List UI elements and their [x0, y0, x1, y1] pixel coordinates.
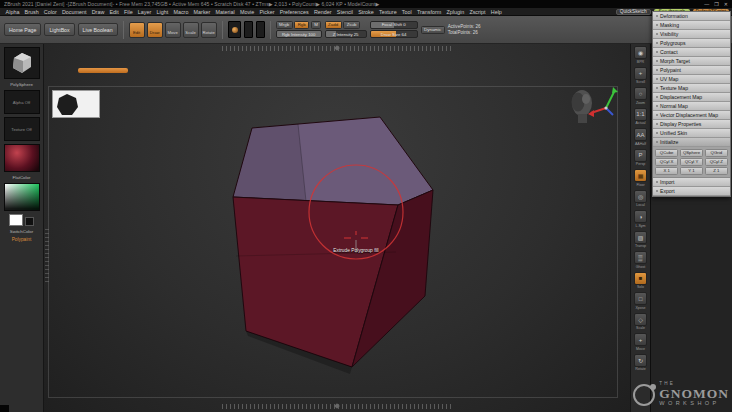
menu-item[interactable]: Tool	[399, 9, 414, 15]
tool-panel-section[interactable]: Texture Map	[653, 84, 730, 93]
initialize-button[interactable]: QCyl Y	[680, 158, 703, 166]
tool-panel-section[interactable]: Displacement Map	[653, 93, 730, 102]
minimize-button[interactable]: —	[704, 2, 709, 7]
close-button[interactable]: ✕	[724, 2, 728, 7]
zadd-button[interactable]: Zadd	[325, 21, 342, 29]
tool-panel-section[interactable]: Polygroups	[653, 39, 730, 48]
menu-item[interactable]: File	[121, 9, 135, 15]
dynamic-button[interactable]: Dynamic	[421, 26, 445, 34]
menu-item[interactable]: Draw	[89, 9, 107, 15]
current-tool-thumbnail[interactable]	[4, 47, 40, 79]
rgb-button[interactable]: Rgb	[294, 21, 309, 29]
ghost-button[interactable]: ▒ Ghost	[634, 251, 647, 269]
main-color-swatch[interactable]	[9, 214, 23, 226]
stroke-selector[interactable]	[244, 21, 253, 38]
local-button[interactable]: ◎ Local	[634, 190, 647, 208]
initialize-slider[interactable]: Y 1	[680, 167, 703, 175]
tool-panel-section[interactable]: Deformation	[653, 12, 730, 21]
move-button[interactable]: Move	[165, 22, 181, 38]
floor-button[interactable]: ▦ Floor	[634, 169, 647, 187]
menu-item[interactable]: Brush	[22, 9, 41, 15]
initialize-button[interactable]: QSphere	[680, 149, 703, 157]
tool-panel-section[interactable]: Export	[653, 187, 730, 196]
menu-item[interactable]: Marker	[191, 9, 213, 15]
menu-item[interactable]: Light	[154, 9, 171, 15]
draw-size-slider[interactable]: Draw Size 64	[370, 30, 418, 38]
tool-panel-section[interactable]: Vector Displacement Map	[653, 111, 730, 120]
tool-panel-section[interactable]: UV Map	[653, 75, 730, 84]
m-button[interactable]: M	[311, 21, 322, 29]
scale-button[interactable]: Scale	[183, 22, 199, 38]
lsym-button[interactable]: ◑ L.Sym	[634, 210, 647, 228]
menu-item[interactable]: Macro	[171, 9, 191, 15]
initialize-button[interactable]: QCube	[655, 149, 678, 157]
switch-color-label[interactable]: SwitchColor	[10, 229, 33, 234]
tool-panel-section[interactable]: Masking	[653, 21, 730, 30]
menu-item[interactable]: Picker	[257, 9, 277, 15]
zoom-button[interactable]: ○ Zoom	[634, 87, 647, 105]
tool-panel-section[interactable]: Polypaint	[653, 66, 730, 75]
tool-panel-section[interactable]: Display Properties	[653, 120, 730, 129]
menu-item[interactable]: Edit	[107, 9, 121, 15]
document-canvas[interactable]: Extrude Polygroup fill	[44, 44, 630, 412]
tool-panel-section[interactable]: Contact	[653, 48, 730, 57]
initialize-button[interactable]: QGrid	[705, 149, 728, 157]
maximize-button[interactable]: ❐	[714, 2, 718, 7]
menu-item[interactable]: Render	[311, 9, 334, 15]
actual-button[interactable]: 1:1 Actual	[634, 108, 647, 126]
move3d-button[interactable]: + Move	[634, 333, 647, 351]
edit-button[interactable]: Edit	[129, 22, 145, 38]
menu-item[interactable]: Preferences	[277, 9, 311, 15]
focal-shift-slider[interactable]: Focal Shift 0	[370, 21, 418, 29]
tool-panel-section[interactable]: Initialize	[653, 138, 730, 147]
alpha-selector[interactable]	[256, 21, 265, 38]
aahalf-button[interactable]: AA AAHalf	[634, 128, 647, 146]
quicksketch-button[interactable]: QuickSketch	[616, 9, 651, 15]
menu-item[interactable]: Layer	[135, 9, 154, 15]
live-boolean-button[interactable]: Live Boolean	[78, 23, 118, 36]
initialize-slider[interactable]: Z 1	[705, 167, 728, 175]
menu-item[interactable]: Material	[213, 9, 237, 15]
persp-button[interactable]: P Persp	[634, 149, 647, 167]
rotate-button[interactable]: Rotate	[201, 22, 217, 38]
z-intensity-slider[interactable]: Z Intensity 25	[325, 30, 367, 38]
home-page-button[interactable]: Home Page	[4, 23, 41, 36]
tool-panel-section[interactable]: Visibility	[653, 30, 730, 39]
solo-button[interactable]: ■ Solo	[634, 272, 647, 290]
initialize-button[interactable]: QCyl X	[655, 158, 678, 166]
menu-item[interactable]: Help	[488, 9, 504, 15]
menu-item[interactable]: Document	[59, 9, 89, 15]
cube-mesh[interactable]	[44, 44, 630, 412]
alt-color-swatch[interactable]	[25, 217, 34, 226]
menu-item[interactable]: Texture	[376, 9, 399, 15]
scale3d-button[interactable]: ◇ Scale	[634, 313, 647, 331]
tool-panel-section[interactable]: Unified Skin	[653, 129, 730, 138]
menu-item[interactable]: Zplugin	[444, 9, 467, 15]
texture-slot[interactable]: Texture Off	[4, 117, 40, 141]
menu-item[interactable]: Movie	[237, 9, 257, 15]
transp-button[interactable]: ▨ Transp	[634, 231, 647, 249]
color-picker[interactable]	[4, 183, 40, 211]
tool-panel-section[interactable]: Normal Map	[653, 102, 730, 111]
menu-item[interactable]: Stencil	[334, 9, 355, 15]
rgb-intensity-slider[interactable]: Rgb Intensity 100	[276, 30, 322, 38]
menu-item[interactable]: Alpha	[3, 9, 22, 15]
brush-selector[interactable]	[228, 21, 241, 38]
tool-panel-section[interactable]: Import	[653, 178, 730, 187]
lightbox-button[interactable]: LightBox	[44, 23, 74, 36]
material-slot[interactable]	[4, 144, 40, 172]
mrgb-button[interactable]: Mrgb	[276, 21, 293, 29]
initialize-button[interactable]: QCyl Z	[705, 158, 728, 166]
menu-item[interactable]: Stroke	[356, 9, 377, 15]
tool-panel-section[interactable]: Morph Target	[653, 57, 730, 66]
menu-item[interactable]: Zscript	[467, 9, 488, 15]
menu-item[interactable]: Color	[41, 9, 59, 15]
scroll-button[interactable]: + Scroll	[634, 67, 647, 85]
initialize-slider[interactable]: X 1	[655, 167, 678, 175]
draw-button[interactable]: Draw	[147, 22, 163, 38]
menu-item[interactable]: Transform	[414, 9, 444, 15]
zsub-button[interactable]: Zsub	[343, 21, 360, 29]
bpr-button[interactable]: ◉ BPR	[634, 46, 647, 64]
alpha-slot[interactable]: Alpha Off	[4, 90, 40, 114]
rotate3d-button[interactable]: ↻ Rotate	[634, 354, 647, 372]
